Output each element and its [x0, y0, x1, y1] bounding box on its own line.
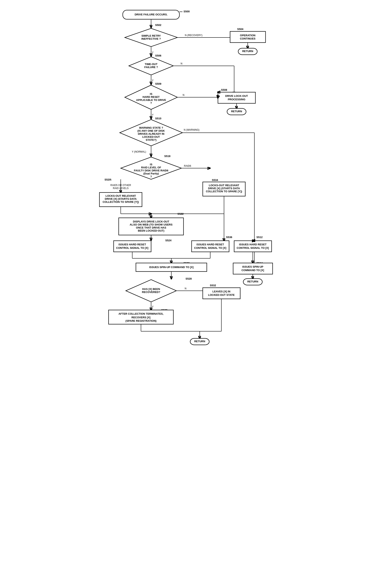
label-D5-5: ?: [150, 175, 152, 178]
step-S509: S509: [155, 82, 161, 85]
label-S536-1: ISSUES HARD RESET: [196, 243, 224, 246]
label-S534-3: COLLECTION TO SPARE [Y]): [206, 190, 242, 193]
label-D6-1: HAS [X] BEEN: [142, 287, 160, 291]
label-S532-1: LEAVES [X] IN: [212, 290, 231, 293]
label-S530-2: RECOVERS [X]: [132, 316, 150, 319]
label-Y-D2: Y: [152, 79, 154, 82]
label-S522-2: ALSO ON WEB (TO SHOW USERS: [130, 223, 173, 226]
label-final-return: RETURN: [194, 340, 205, 343]
label-S534-2: DRIVE [X] (STARTS DATA: [208, 187, 240, 190]
label-Y-D3: Y: [152, 113, 154, 116]
step-S504: S504: [237, 28, 243, 31]
label-S524-2: CONTROL SIGNAL TO [X]: [116, 246, 149, 249]
label-S504-2: CONTINUES: [240, 37, 256, 40]
label-S526: ISSUES SPIN-UP COMMAND TO [X]: [149, 266, 193, 269]
step-S512: S512: [256, 236, 262, 239]
label-D5-2: RAID LEVEL OF: [141, 166, 161, 169]
label-S512-1: ISSUES HARD RESET: [239, 243, 267, 246]
label-S520-2: DRIVE [X] (STARTS DATA: [105, 197, 137, 200]
label-D4-2: (IS ANY ONE OF DISK: [137, 129, 165, 132]
label-D2-1: TIME-OUT: [145, 63, 158, 66]
label-S522-4: BEEN LOCKED-OUT): [138, 229, 165, 232]
label-N-D3: N: [183, 94, 184, 96]
label-RAID6: RAID6: [184, 165, 191, 167]
label-D5-4: (Dual Parity): [143, 172, 159, 175]
label-D3-3: APPLICABLE TO DRIVE: [136, 99, 166, 101]
label-S504-return: RETURN: [242, 50, 253, 53]
label-S500: DRIVE FAILURE OCCURS.: [135, 13, 168, 16]
step-S524: S524: [165, 239, 172, 242]
label-D2-2: FAILURE ?: [144, 66, 158, 69]
label-D3-1: IS: [150, 92, 152, 95]
label-Y-D6: Y: [152, 305, 154, 308]
label-S524-1: ISSUES HARD RESET: [118, 243, 146, 246]
label-N-warning: N (WARNING): [184, 128, 200, 131]
label-Y-D1: Y: [152, 51, 154, 54]
label-S514-1: ISSUES SPIN-UP: [242, 265, 263, 268]
step-S536: S536: [226, 236, 232, 239]
step-S500: S500: [184, 10, 190, 13]
label-D3-4: ?: [150, 101, 152, 105]
label-S536-2: CONTROL SIGNAL TO [X]: [194, 246, 226, 249]
label-D1-2: INEFFECTIVE ?: [141, 37, 161, 40]
label-S522-3: ONCE THAT DRIVE HAS: [136, 226, 166, 229]
step-S508: S508: [221, 88, 227, 91]
label-N-recovery: N (RECOVERY): [185, 34, 202, 37]
step-S520: S520\: [105, 178, 111, 181]
label-D5-1: IS: [150, 163, 152, 166]
step-S528: S528: [185, 277, 192, 280]
label-Y-normal: Y (NORMAL): [132, 150, 146, 153]
label-S530-3: (SPARE REGISTRATION): [125, 319, 156, 322]
label-S508-2: PROCESSING: [228, 98, 245, 101]
label-D1-1: SIMPLE RETRY: [141, 34, 161, 37]
label-D4-3: DRIVES ALREADY IN: [138, 132, 165, 135]
label-S520-1: LOCKS-OUT RELEVANT: [106, 194, 136, 197]
step-S518: S518: [164, 155, 170, 158]
label-D4-1: WARNING STATE ?: [139, 126, 163, 129]
step-S532: S532: [210, 284, 216, 287]
label-D3-2: HARD RESET: [142, 95, 160, 99]
step-S534: S534: [212, 178, 218, 182]
label-S532-2: LOCKED-OUT STATE: [208, 293, 235, 296]
label-S522-1: DISPLAYS DRIVE LOCK-OUT: [133, 220, 169, 223]
label-S520-3: COLLECTION TO SPARE [Y]): [103, 200, 139, 203]
step-S522: S522: [177, 212, 184, 215]
label-S508-1: DRIVE LOCK-OUT: [225, 94, 248, 97]
label-S514-2: COMMAND TO [X]: [242, 269, 264, 272]
label-D4-4: LOCKED-OUT: [142, 135, 160, 138]
flowchart-container: DRIVE FAILURE OCCURS. S500 S502 SIMPLE R…: [92, 4, 275, 584]
label-D5-3: FAULTY DISK DRIVE RAID6: [134, 169, 168, 172]
step-S510: S510: [155, 117, 161, 120]
label-S512-2: CONTROL SIGNAL TO [X]: [237, 246, 269, 249]
label-D4-5: STATE?): [146, 138, 157, 142]
label-D6-2: RECOVERED?: [142, 291, 160, 294]
label-S530-1: AFTER COLLECTION TERMINATES,: [118, 312, 163, 315]
label-S504-1: OPERATION: [240, 34, 255, 37]
label-S534-1: LOCKS-OUT RELEVANT: [209, 184, 239, 187]
step-S506: S506: [155, 54, 161, 57]
label-S508-return: RETURN: [231, 110, 242, 113]
label-S514-return: RETURN: [247, 280, 258, 283]
label-N-D6: N: [185, 287, 187, 290]
label-N-D2: N: [181, 62, 183, 65]
step-S502: S502: [155, 24, 161, 26]
